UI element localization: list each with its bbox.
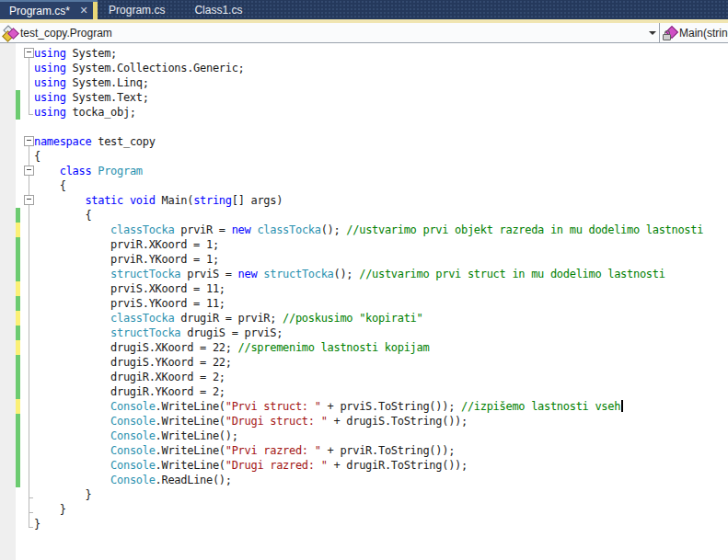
code-line[interactable]: using System; — [0, 46, 728, 61]
code-segment: static — [85, 194, 123, 207]
code-segment: } — [34, 488, 91, 501]
code-line[interactable]: { — [0, 149, 728, 164]
code-segment: prviR.XKoord = 1; — [34, 238, 219, 251]
code-segment: prviS = — [180, 268, 237, 280]
code-line[interactable]: { — [0, 178, 728, 193]
code-segment: Console — [110, 474, 155, 486]
code-line[interactable]: prviR.XKoord = 1; — [0, 237, 728, 252]
chevron-down-icon — [649, 31, 656, 35]
code-line[interactable] — [0, 120, 728, 134]
code-line[interactable]: namespace test_copy — [0, 134, 728, 149]
code-segment: string — [193, 194, 232, 207]
member-combo-value: Main(string — [679, 27, 728, 40]
code-segment: prviR = — [174, 223, 231, 236]
code-line[interactable]: Console.WriteLine("Prvi razred: " + prvi… — [0, 443, 728, 458]
code-line[interactable]: Console.WriteLine(); — [0, 429, 728, 443]
code-line[interactable]: structTocka prviS = new structTocka(); /… — [0, 267, 728, 281]
type-combo[interactable]: test_copy.Program — [0, 23, 646, 42]
code-segment — [34, 459, 110, 472]
code-line[interactable]: drugiS.XKoord = 22; //spremenimo lastnos… — [0, 340, 728, 355]
code-segment: //poskusimo "kopirati" — [283, 312, 422, 325]
code-line[interactable]: using System.Linq; — [0, 75, 728, 90]
code-segment: { — [34, 209, 91, 222]
code-segment — [34, 165, 60, 177]
tab-label: Class1.cs — [194, 4, 242, 17]
code-segment: "Drugi razred: " — [225, 459, 328, 472]
code-line[interactable]: structTocka drugiS = prviS; — [0, 326, 728, 340]
code-segment — [34, 415, 110, 428]
type-combo-value: test_copy.Program — [20, 27, 112, 40]
code-line[interactable]: Console.WriteLine("Prvi struct: " + prvi… — [0, 399, 728, 414]
document-tabstrip: Program.cs*✕Program.csClass1.cs — [0, 0, 728, 19]
code-segment: .ReadLine(); — [156, 474, 232, 486]
code-segment: + drugiS.ToString()); — [328, 415, 468, 428]
code-line[interactable]: classTocka prviR = new classTocka(); //u… — [0, 223, 728, 237]
code-segment — [123, 194, 130, 207]
code-line[interactable]: prviR.YKoord = 1; — [0, 252, 728, 267]
code-line[interactable]: prviS.YKoord = 11; — [0, 296, 728, 311]
code-segment: drugiS.YKoord = 22; — [34, 356, 232, 369]
code-line[interactable]: using System.Text; — [0, 90, 728, 105]
member-combo[interactable]: Main(string — [660, 23, 728, 42]
code-line[interactable]: prviS.XKoord = 11; — [0, 281, 728, 296]
code-line[interactable]: classTocka drugiR = prviR; //poskusimo "… — [0, 311, 728, 326]
code-line[interactable]: class Program — [0, 164, 728, 178]
code-segment: System.Collections.Generic; — [66, 62, 245, 74]
code-segment: namespace — [34, 135, 91, 148]
code-segment: prviS.XKoord = 11; — [34, 282, 225, 295]
tab-class1-cs[interactable]: Class1.cs — [174, 0, 251, 19]
code-segment — [34, 429, 110, 442]
code-segment — [34, 223, 110, 236]
code-segment: (); — [334, 268, 360, 280]
code-segment: "Prvi struct: " — [225, 400, 321, 413]
code-segment — [34, 326, 110, 339]
close-icon[interactable]: ✕ — [78, 5, 89, 17]
navigation-bar: test_copy.Program Main(string — [0, 23, 728, 43]
code-line[interactable]: Console.WriteLine("Drugi razred: " + dru… — [0, 458, 728, 473]
code-segment: .WriteLine(); — [156, 429, 238, 442]
code-segment: "Drugi struct: " — [225, 415, 328, 428]
code-segment — [34, 400, 110, 413]
tab-label: Program.cs — [109, 4, 165, 17]
code-line[interactable]: drugiR.YKoord = 2; — [0, 384, 728, 399]
code-line[interactable]: using tocka_obj; — [0, 105, 728, 120]
code-editor[interactable]: using System;using System.Collections.Ge… — [0, 43, 728, 560]
tab-program-cs-[interactable]: Program.cs*✕ — [0, 0, 98, 19]
code-segment — [34, 194, 85, 207]
code-line[interactable]: using System.Collections.Generic; — [0, 61, 728, 75]
code-segment: .WriteLine( — [156, 459, 225, 472]
code-text-area[interactable]: using System;using System.Collections.Ge… — [0, 46, 728, 531]
code-segment: //ustvarimo prvi struct in mu dodelimo l… — [359, 268, 664, 280]
tab-program-cs[interactable]: Program.cs — [98, 0, 174, 19]
code-segment: structTocka — [110, 326, 180, 339]
code-segment: Console — [110, 444, 155, 457]
code-segment: Console — [110, 415, 155, 428]
vs-editor-window: Program.cs*✕Program.csClass1.cs test_cop… — [0, 0, 728, 560]
code-line[interactable]: } — [0, 487, 728, 502]
tab-label: Program.cs* — [9, 5, 70, 17]
code-segment: .WriteLine( — [156, 415, 225, 428]
code-line[interactable]: drugiS.YKoord = 22; — [0, 355, 728, 370]
code-line[interactable]: drugiR.XKoord = 2; — [0, 370, 728, 384]
code-segment: using — [34, 47, 66, 60]
code-line[interactable]: { — [0, 208, 728, 223]
text-cursor — [621, 400, 623, 412]
code-line[interactable]: Console.ReadLine(); — [0, 473, 728, 487]
code-segment: new — [232, 223, 251, 236]
code-segment: using — [34, 106, 66, 119]
code-segment: prviS.YKoord = 11; — [34, 297, 225, 310]
code-segment: + prviS.ToString()); — [321, 400, 461, 413]
code-segment: Console — [110, 459, 155, 472]
code-line[interactable]: } — [0, 517, 728, 531]
type-combo-dropdown-arrow[interactable] — [646, 23, 659, 42]
code-segment: drugiS = prviS; — [180, 326, 283, 339]
code-line[interactable]: static void Main(string[] args) — [0, 193, 728, 208]
code-segment: drugiR = prviR; — [174, 312, 283, 325]
code-segment: prviR.YKoord = 1; — [34, 253, 219, 266]
code-line[interactable]: Console.WriteLine("Drugi struct: " + dru… — [0, 414, 728, 429]
code-segment: classTocka — [257, 223, 320, 236]
code-line[interactable]: } — [0, 502, 728, 517]
code-segment: //izpišemo lastnosti vseh — [461, 400, 620, 413]
code-segment: System; — [66, 47, 117, 60]
code-segment: + drugiR.ToString()); — [328, 459, 468, 472]
